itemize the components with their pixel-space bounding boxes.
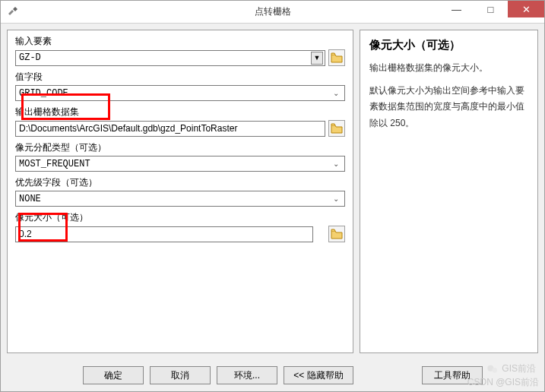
- close-button[interactable]: ✕: [508, 1, 544, 17]
- hammer-icon: [7, 6, 19, 18]
- cell-size-value: 0.2: [19, 229, 32, 239]
- input-features-dropdown[interactable]: GZ-D ▼: [15, 50, 325, 66]
- chevron-down-icon: ▼: [311, 52, 323, 65]
- window-title: 点转栅格: [255, 5, 291, 18]
- titlebar: 点转栅格 — □ ✕: [1, 1, 544, 24]
- value-field-value: GRID_CODE: [19, 88, 331, 99]
- minimize-button[interactable]: —: [439, 1, 474, 17]
- browse-input-button[interactable]: [328, 49, 345, 66]
- value-field-label: 值字段: [15, 71, 345, 84]
- hide-help-button[interactable]: << 隐藏帮助: [284, 366, 353, 384]
- button-bar-right: 工具帮助: [360, 366, 538, 384]
- input-features-label: 输入要素: [15, 35, 345, 48]
- input-features-group: 输入要素 GZ-D ▼: [15, 35, 345, 66]
- button-bar-left: 确定 取消 环境... << 隐藏帮助: [7, 366, 360, 384]
- browse-cellsize-button[interactable]: [328, 226, 345, 242]
- button-bar: 确定 取消 环境... << 隐藏帮助 工具帮助: [1, 359, 544, 391]
- value-field-select[interactable]: GRID_CODE ⌄: [15, 85, 345, 101]
- maximize-button[interactable]: □: [474, 1, 508, 17]
- output-raster-label: 输出栅格数据集: [15, 106, 345, 119]
- parameters-panel: 输入要素 GZ-D ▼ 值字段 GRID_CODE: [7, 30, 353, 353]
- help-title: 像元大小（可选）: [369, 38, 528, 52]
- chevron-down-icon: ⌄: [331, 194, 341, 203]
- cell-assignment-select[interactable]: MOST_FREQUENT ⌄: [15, 156, 345, 172]
- output-raster-value: D:\Documents\ArcGIS\Default.gdb\gzd_Poin…: [19, 123, 237, 134]
- help-panel: 像元大小（可选） 输出栅格数据集的像元大小。 默认像元大小为输出空间参考中输入要…: [360, 30, 538, 353]
- cell-assignment-group: 像元分配类型（可选） MOST_FREQUENT ⌄: [15, 141, 345, 172]
- help-paragraph-2: 默认像元大小为输出空间参考中输入要素数据集范围的宽度与高度中的最小值除以 250…: [369, 83, 528, 132]
- cell-assignment-value: MOST_FREQUENT: [19, 159, 331, 169]
- value-field-group: 值字段 GRID_CODE ⌄: [15, 71, 345, 101]
- ok-button[interactable]: 确定: [83, 366, 144, 384]
- content-area: 输入要素 GZ-D ▼ 值字段 GRID_CODE: [1, 24, 544, 391]
- chevron-down-icon: ⌄: [331, 89, 341, 97]
- chevron-down-icon: ⌄: [331, 160, 341, 168]
- environments-button[interactable]: 环境...: [217, 366, 277, 384]
- tool-dialog-window: 点转栅格 — □ ✕ 输入要素 GZ-D ▼: [0, 0, 545, 392]
- output-raster-group: 输出栅格数据集 D:\Documents\ArcGIS\Default.gdb\…: [15, 106, 345, 137]
- priority-field-value: NONE: [19, 194, 331, 204]
- cancel-button[interactable]: 取消: [150, 366, 211, 384]
- priority-field-group: 优先级字段（可选） NONE ⌄: [15, 176, 345, 207]
- help-paragraph-1: 输出栅格数据集的像元大小。: [369, 60, 528, 77]
- browse-output-button[interactable]: [328, 120, 345, 137]
- cell-size-group: 像元大小（可选） 0.2: [15, 211, 345, 242]
- output-raster-input[interactable]: D:\Documents\ArcGIS\Default.gdb\gzd_Poin…: [15, 121, 325, 137]
- tool-help-button[interactable]: 工具帮助: [422, 366, 483, 384]
- cell-size-input[interactable]: 0.2: [15, 226, 313, 242]
- cell-assignment-label: 像元分配类型（可选）: [15, 141, 345, 154]
- cell-size-label: 像元大小（可选）: [15, 211, 345, 224]
- window-controls: — □ ✕: [439, 1, 544, 23]
- main-area: 输入要素 GZ-D ▼ 值字段 GRID_CODE: [1, 24, 544, 359]
- priority-field-label: 优先级字段（可选）: [15, 176, 345, 189]
- priority-field-select[interactable]: NONE ⌄: [15, 191, 345, 207]
- input-features-value: GZ-D: [19, 52, 311, 63]
